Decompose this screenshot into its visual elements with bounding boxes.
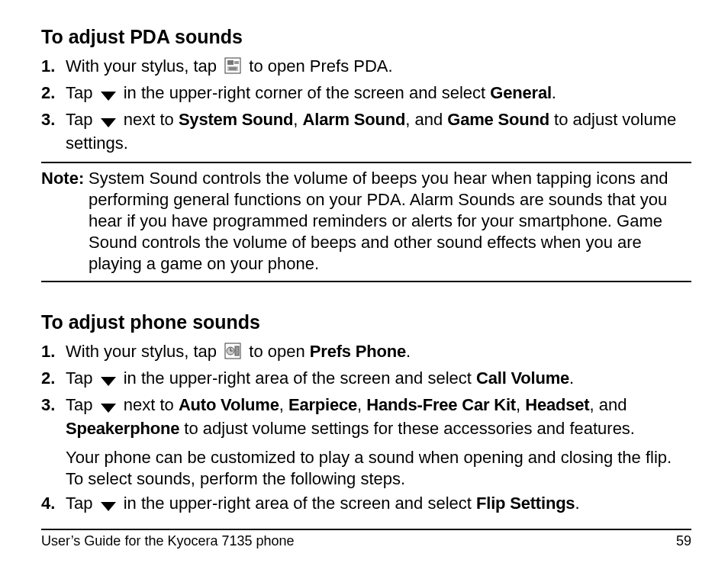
step-item: 3. Tap next to Auto Volume, Earpiece, Ha…	[41, 394, 691, 439]
svg-rect-2	[234, 61, 239, 64]
text: .	[552, 83, 556, 102]
step-body: Tap in the upper-right area of the scree…	[66, 368, 691, 391]
text: to adjust volume settings for these acce…	[179, 419, 635, 438]
bold-term: Auto Volume	[179, 395, 279, 414]
bold-term: General	[490, 83, 552, 102]
text: next to	[124, 110, 179, 129]
step-body: Tap next to System Sound, Alarm Sound, a…	[66, 109, 691, 154]
bold-term: Headset	[525, 395, 589, 414]
divider-rule	[41, 162, 691, 163]
svg-rect-10	[235, 346, 239, 355]
dropdown-arrow-icon	[101, 370, 116, 391]
step-item: 1. With your stylus, tap to open Prefs P…	[41, 56, 691, 79]
text: Tap	[66, 368, 98, 388]
step-body: With your stylus, tap to open Prefs Phon…	[66, 341, 691, 365]
steps-list-phone-cont: 4. Tap in the upper-right area of the sc…	[41, 493, 691, 516]
note-body: System Sound controls the volume of beep…	[89, 168, 691, 275]
svg-marker-14	[101, 404, 116, 413]
bold-term: Speakerphone	[66, 419, 179, 438]
steps-list-phone: 1. With your stylus, tap to open Prefs P…	[41, 341, 691, 439]
step-number: 2.	[41, 82, 66, 104]
step-body: With your stylus, tap to open Prefs PDA.	[66, 56, 691, 79]
dropdown-arrow-icon	[101, 85, 116, 106]
dropdown-arrow-icon	[101, 495, 116, 516]
svg-rect-3	[227, 66, 238, 71]
text: in the upper-right area of the screen an…	[124, 494, 476, 513]
page-footer: User’s Guide for the Kyocera 7135 phone …	[41, 529, 691, 549]
svg-rect-1	[227, 60, 234, 65]
step-item: 2. Tap in the upper-right area of the sc…	[41, 368, 691, 391]
svg-marker-7	[101, 118, 116, 127]
step-body: Tap in the upper-right corner of the scr…	[66, 82, 691, 106]
step-number: 4.	[41, 493, 66, 514]
step-item: 4. Tap in the upper-right area of the sc…	[41, 493, 691, 516]
bold-term: Game Sound	[447, 110, 549, 129]
prefs-phone-icon	[224, 343, 241, 365]
text: ,	[357, 395, 366, 414]
text: in the upper-right area of the screen an…	[124, 368, 476, 388]
spacer	[41, 287, 691, 311]
text: in the upper-right corner of the screen …	[124, 83, 491, 102]
note-block: Note: System Sound controls the volume o…	[41, 168, 691, 275]
step-number: 1.	[41, 341, 66, 362]
bold-term: Hands-Free Car Kit	[366, 395, 516, 414]
bold-term: Alarm Sound	[303, 110, 406, 129]
step-number: 2.	[41, 368, 66, 389]
text: .	[575, 494, 579, 513]
bold-term: Flip Settings	[476, 494, 575, 513]
prefs-pda-icon	[224, 57, 241, 79]
text: Tap	[66, 494, 98, 513]
note-label: Note:	[41, 168, 89, 275]
text: , and	[589, 395, 627, 414]
section-heading-phone-sounds: To adjust phone sounds	[41, 311, 691, 333]
svg-marker-6	[101, 92, 116, 101]
bold-term: Earpiece	[288, 395, 357, 414]
footer-page-number: 59	[676, 533, 691, 549]
text: ,	[516, 395, 525, 414]
text: Tap	[66, 83, 98, 102]
step-number: 3.	[41, 109, 66, 130]
svg-marker-15	[101, 502, 116, 511]
bold-term: System Sound	[179, 110, 293, 129]
text: With your stylus, tap	[66, 342, 221, 361]
manual-page: To adjust PDA sounds 1. With your stylus…	[0, 0, 728, 563]
step-item: 1. With your stylus, tap to open Prefs P…	[41, 341, 691, 365]
step-number: 1.	[41, 56, 66, 77]
text: With your stylus, tap	[66, 56, 221, 76]
text: .	[406, 342, 411, 361]
step-item: 3. Tap next to System Sound, Alarm Sound…	[41, 109, 691, 154]
text: ,	[293, 110, 302, 129]
text: .	[569, 368, 574, 388]
text: Tap	[66, 110, 98, 129]
section-heading-pda-sounds: To adjust PDA sounds	[41, 26, 691, 48]
dropdown-arrow-icon	[101, 397, 116, 418]
text: Tap	[66, 395, 98, 414]
footer-title: User’s Guide for the Kyocera 7135 phone	[41, 533, 295, 549]
text: , and	[405, 110, 447, 129]
svg-marker-13	[101, 377, 116, 386]
dropdown-arrow-icon	[101, 111, 116, 133]
step-number: 3.	[41, 394, 66, 416]
step-body: Tap in the upper-right area of the scree…	[66, 493, 691, 516]
steps-list-pda: 1. With your stylus, tap to open Prefs P…	[41, 56, 691, 154]
sub-paragraph: Your phone can be customized to play a s…	[66, 447, 691, 490]
text: to open	[249, 342, 310, 361]
bold-term: Call Volume	[476, 368, 569, 388]
bold-term: Prefs Phone	[310, 342, 406, 361]
text: to open Prefs PDA.	[249, 56, 392, 76]
text: next to	[124, 395, 179, 414]
text: ,	[279, 395, 288, 414]
step-body: Tap next to Auto Volume, Earpiece, Hands…	[66, 394, 691, 439]
step-item: 2. Tap in the upper-right corner of the …	[41, 82, 691, 106]
divider-rule	[41, 281, 691, 282]
